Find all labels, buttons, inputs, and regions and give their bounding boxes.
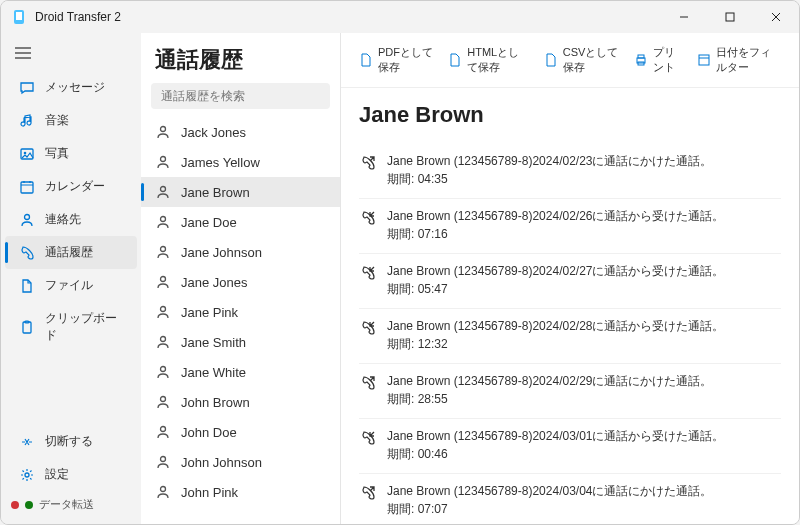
contact-label: Jane Doe <box>181 215 237 230</box>
person-icon <box>155 184 171 200</box>
sidebar-item-clipboard[interactable]: クリップボード <box>5 302 137 352</box>
sidebar-item-calendar[interactable]: カレンダー <box>5 170 137 203</box>
close-button[interactable] <box>753 1 799 33</box>
call-detail[interactable]: Jane Brown Jane Brown (123456789-8)2024/… <box>341 88 799 524</box>
toolbar: PDFとして保存 HTMLとして保存 CSVとして保存 プリント 日付をフィルタ… <box>341 33 799 88</box>
app-icon <box>11 9 27 25</box>
calendar-icon <box>19 179 35 195</box>
call-entry: Jane Brown (123456789-8)2024/02/26に通話から受… <box>359 199 781 254</box>
nav-label: クリップボード <box>45 310 123 344</box>
contact-item[interactable]: Jane Smith <box>141 327 340 357</box>
app-title: Droid Transfer 2 <box>35 10 661 24</box>
svg-point-20 <box>161 157 166 162</box>
contact-item[interactable]: Jane White <box>141 357 340 387</box>
contact-item[interactable]: John Brown <box>141 387 340 417</box>
person-icon <box>155 364 171 380</box>
nav-label: 写真 <box>45 145 69 162</box>
contact-item[interactable]: John Pink <box>141 477 340 507</box>
call-line2: 期間: 28:55 <box>387 390 713 408</box>
call-incoming-icon <box>359 264 377 282</box>
contact-item[interactable]: Jane Pink <box>141 297 340 327</box>
nav-label: メッセージ <box>45 79 105 96</box>
contact-label: Jane Johnson <box>181 245 262 260</box>
status-bar: データ転送 <box>1 491 141 518</box>
contact-item[interactable]: John Doe <box>141 417 340 447</box>
sidebar-item-call-history[interactable]: 通話履歴 <box>5 236 137 269</box>
music-icon <box>19 113 35 129</box>
svg-rect-16 <box>23 322 31 333</box>
contact-list[interactable]: Jack JonesJames YellowJane BrownJane Doe… <box>141 117 340 524</box>
svg-point-26 <box>161 337 166 342</box>
contact-item[interactable]: Jack Jones <box>141 117 340 147</box>
call-entry: Jane Brown (123456789-8)2024/02/23に通話にかけ… <box>359 144 781 199</box>
contact-label: Jane Smith <box>181 335 246 350</box>
svg-point-10 <box>24 151 27 154</box>
call-entry: Jane Brown (123456789-8)2024/02/28に通話から受… <box>359 309 781 364</box>
selected-contact-name: Jane Brown <box>359 102 781 128</box>
svg-point-23 <box>161 247 166 252</box>
call-line2: 期間: 07:07 <box>387 500 713 518</box>
nav-list: メッセージ 音楽 写真 カレンダー 連絡先 通話履歴 ファイル クリップボード … <box>1 71 141 491</box>
contact-label: Jack Jones <box>181 125 246 140</box>
export-pdf-button[interactable]: PDFとして保存 <box>355 43 438 77</box>
print-icon <box>634 53 648 67</box>
sidebar-item-contacts[interactable]: 連絡先 <box>5 203 137 236</box>
contact-item[interactable]: Jane Doe <box>141 207 340 237</box>
call-incoming-icon <box>359 429 377 447</box>
svg-point-18 <box>25 473 29 477</box>
svg-rect-11 <box>21 182 33 193</box>
call-outgoing-icon <box>359 484 377 502</box>
export-html-button[interactable]: HTMLとして保存 <box>444 43 534 77</box>
contact-label: John Doe <box>181 425 237 440</box>
sidebar-item-photos[interactable]: 写真 <box>5 137 137 170</box>
call-outgoing-icon <box>359 374 377 392</box>
call-line2: 期間: 00:46 <box>387 445 725 463</box>
svg-point-28 <box>161 397 166 402</box>
call-incoming-icon <box>359 319 377 337</box>
contact-item[interactable]: Jane Johnson <box>141 237 340 267</box>
sidebar-item-music[interactable]: 音楽 <box>5 104 137 137</box>
contact-item[interactable]: John Johnson <box>141 447 340 477</box>
sidebar-item-files[interactable]: ファイル <box>5 269 137 302</box>
message-icon <box>19 80 35 96</box>
svg-point-25 <box>161 307 166 312</box>
call-line1: Jane Brown (123456789-8)2024/02/29に通話にかけ… <box>387 372 713 390</box>
minimize-button[interactable] <box>661 1 707 33</box>
nav-label: 通話履歴 <box>45 244 93 261</box>
person-icon <box>155 394 171 410</box>
nav-label: 切断する <box>45 433 93 450</box>
contact-item[interactable]: James Yellow <box>141 147 340 177</box>
status-dot-green <box>25 501 33 509</box>
sidebar-item-settings[interactable]: 設定 <box>5 458 137 491</box>
call-entry: Jane Brown (123456789-8)2024/03/01に通話から受… <box>359 419 781 474</box>
gear-icon <box>19 467 35 483</box>
pdf-icon <box>359 53 373 67</box>
person-icon <box>155 244 171 260</box>
export-csv-button[interactable]: CSVとして保存 <box>540 43 624 77</box>
svg-point-21 <box>161 187 166 192</box>
filter-date-button[interactable]: 日付をフィルター <box>693 43 785 77</box>
file-icon <box>19 278 35 294</box>
hamburger-button[interactable] <box>1 39 141 67</box>
person-icon <box>155 274 171 290</box>
maximize-button[interactable] <box>707 1 753 33</box>
search-input[interactable] <box>151 83 330 109</box>
sidebar-item-disconnect[interactable]: 切断する <box>5 425 137 458</box>
call-entry: Jane Brown (123456789-8)2024/02/27に通話から受… <box>359 254 781 309</box>
contact-item[interactable]: Jane Jones <box>141 267 340 297</box>
print-button[interactable]: プリント <box>630 43 687 77</box>
clipboard-icon <box>19 319 35 335</box>
person-icon <box>155 304 171 320</box>
call-line1: Jane Brown (123456789-8)2024/03/04に通話にかけ… <box>387 482 713 500</box>
nav-label: カレンダー <box>45 178 105 195</box>
sidebar-item-messages[interactable]: メッセージ <box>5 71 137 104</box>
call-incoming-icon <box>359 209 377 227</box>
nav-label: 連絡先 <box>45 211 81 228</box>
call-line2: 期間: 05:47 <box>387 280 725 298</box>
photo-icon <box>19 146 35 162</box>
call-line1: Jane Brown (123456789-8)2024/02/27に通話から受… <box>387 262 725 280</box>
person-icon <box>155 424 171 440</box>
section-title: 通話履歴 <box>155 45 326 75</box>
contact-item[interactable]: Jane Brown <box>141 177 340 207</box>
window-controls <box>661 1 799 33</box>
